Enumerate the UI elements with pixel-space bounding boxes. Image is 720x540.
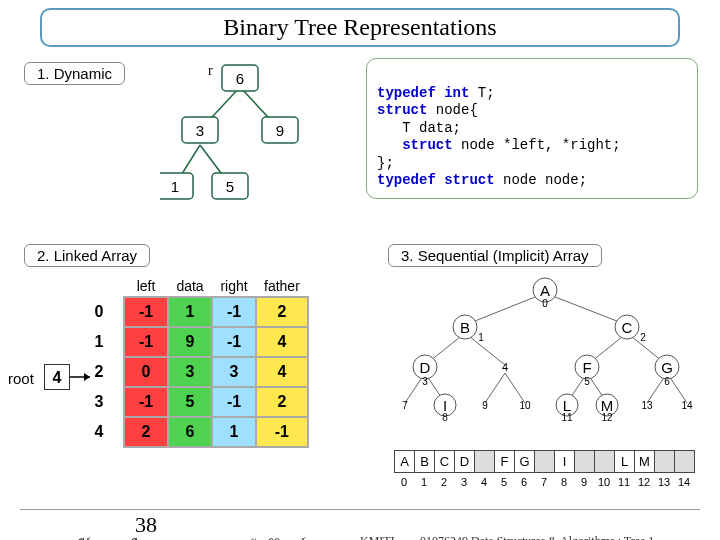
table-row: 20334 — [80, 357, 308, 387]
table-row: 4261-1 — [80, 417, 308, 447]
svg-text:11: 11 — [561, 412, 573, 423]
svg-text:9: 9 — [482, 400, 488, 411]
svg-text:F: F — [582, 359, 591, 376]
svg-text:14: 14 — [681, 400, 693, 411]
dynamic-tree: r 6 3 9 1 5 — [160, 55, 360, 225]
svg-line-16 — [465, 293, 545, 325]
svg-text:5: 5 — [584, 376, 590, 387]
svg-text:C: C — [622, 319, 633, 336]
table-row: 0-11-12 — [80, 297, 308, 327]
struct-code: typedef int T; struct node{ T data; stru… — [366, 58, 698, 199]
svg-text:4: 4 — [502, 361, 508, 373]
page-title: Binary Tree Representations — [40, 8, 680, 47]
svg-text:6: 6 — [664, 376, 670, 387]
section-linked: 2. Linked Array — [24, 244, 150, 267]
svg-text:6: 6 — [236, 70, 244, 87]
svg-text:7: 7 — [402, 400, 408, 411]
footer-divider — [20, 509, 700, 510]
svg-text:M: M — [601, 397, 614, 414]
table-row: 1-19-14 — [80, 327, 308, 357]
table-row: 3-15-12 — [80, 387, 308, 417]
svg-text:L: L — [563, 397, 571, 414]
root-index-box: 4 — [44, 364, 70, 390]
section-dynamic: 1. Dynamic — [24, 62, 125, 85]
svg-text:1: 1 — [171, 178, 179, 195]
svg-text:B: B — [460, 319, 470, 336]
implicit-tree: A0 B1 C2 D3 4 F5 G6 7 I8 9 10 L11 M12 13… — [375, 275, 715, 445]
section-sequential: 3. Sequential (Implicit) Array — [388, 244, 602, 267]
svg-text:13: 13 — [641, 400, 653, 411]
implicit-array: ABCD FG I LM — [394, 450, 695, 473]
svg-text:12: 12 — [601, 412, 613, 423]
svg-line-25 — [505, 373, 525, 403]
svg-text:I: I — [443, 397, 447, 414]
svg-text:2: 2 — [640, 332, 646, 343]
svg-text:A: A — [540, 282, 550, 299]
svg-text:5: 5 — [226, 178, 234, 195]
root-label: r — [208, 63, 213, 78]
linked-array-table: left data right father 0-11-12 1-19-14 2… — [80, 278, 309, 448]
svg-line-17 — [545, 293, 627, 325]
svg-text:1: 1 — [478, 332, 484, 343]
root-label-text: root — [8, 370, 34, 387]
implicit-array-index: 0123 456 789 101112 1314 — [394, 474, 694, 490]
svg-text:3: 3 — [196, 122, 204, 139]
svg-text:0: 0 — [542, 298, 548, 309]
svg-text:9: 9 — [276, 122, 284, 139]
svg-line-24 — [485, 373, 505, 403]
page-number: 38 — [135, 512, 157, 538]
svg-text:D: D — [420, 359, 431, 376]
svg-text:G: G — [661, 359, 673, 376]
svg-text:8: 8 — [442, 412, 448, 423]
svg-text:10: 10 — [519, 400, 531, 411]
svg-text:3: 3 — [422, 376, 428, 387]
